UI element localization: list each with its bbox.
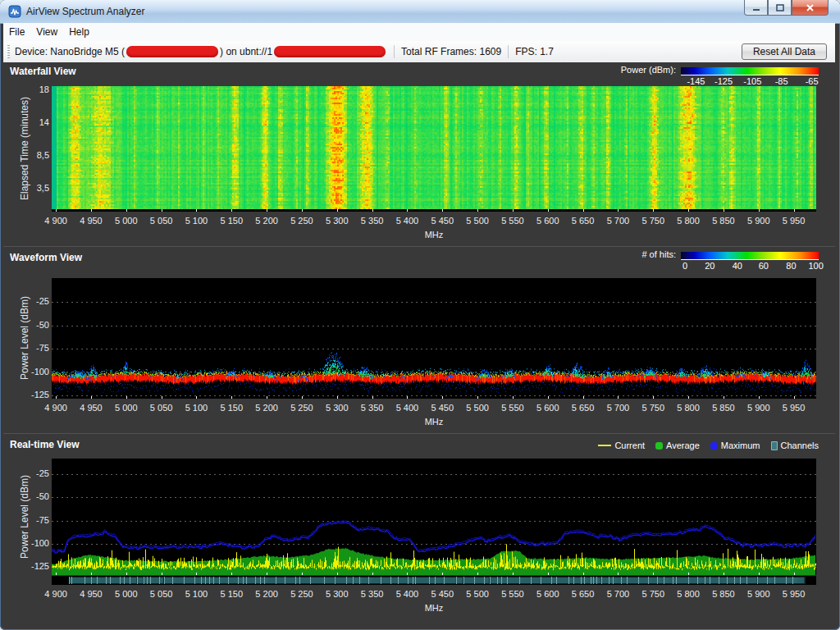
client-area: Waterfall View Power (dBm): -145-125-105… [3,62,835,623]
hits-colorbar-gradient [681,252,819,260]
waveform-panel-title: Waveform View [10,252,82,263]
waveform-x-axis-unit: MHz [52,417,816,427]
colorbar-tick-label: -65 [806,76,819,86]
colorbar-tick-label: 0 [682,261,687,271]
legend-swatch-maximum [710,442,718,450]
legend-label: Average [666,441,700,450]
x-tick-label: 5 950 [771,216,817,226]
colorbar-tick-label: -105 [743,76,761,86]
y-tick-label: 3,5 [20,183,49,193]
colorbar-tick-label: 80 [786,261,796,271]
colorbar-tick-label: 20 [705,261,714,271]
realtime-plot [52,459,816,575]
colorbar-tick-label: -85 [775,76,788,86]
y-tick-label: -125 [20,561,49,571]
close-button[interactable] [792,0,829,16]
y-tick-label: -75 [20,515,49,525]
fps-label: FPS: 1.7 [515,46,554,57]
minimize-button[interactable] [744,0,768,16]
y-tick-label: -100 [20,538,49,548]
x-tick-label: 5 950 [771,403,817,413]
minimize-icon [752,4,760,11]
colorbar-tick-label: 100 [808,261,823,271]
y-tick-label: -75 [20,343,49,353]
rf-frames-label: Total RF Frames: 1609 [401,46,501,57]
realtime-panel: Real-time View CurrentAverageMaximumChan… [3,433,835,623]
waterfall-panel-title: Waterfall View [10,66,76,77]
channels-strip [52,576,816,585]
waveform-panel: Waveform View # of hits: 020406080100 Po… [3,246,835,434]
waterfall-plot [52,86,816,212]
legend-label: Current [614,441,645,450]
power-colorbar-label: Power (dBm): [621,65,676,75]
close-icon [806,4,815,11]
realtime-panel-title: Real-time View [10,439,79,450]
colorbar-tick-label: 60 [759,261,769,271]
reset-all-data-button[interactable]: Reset All Data [742,43,827,60]
legend-item-channels: Channels [771,441,819,450]
waveform-x-axis: 4 9004 9505 0005 0505 1005 1505 2005 250… [3,403,835,414]
realtime-x-axis: 4 9004 9505 0005 0505 1005 1505 2005 250… [3,589,835,600]
app-window: AirView Spectrum Analyzer File View Help… [0,0,840,630]
legend-swatch-current [598,445,611,446]
colorbar-tick-label: -125 [714,76,733,86]
legend-item-current: Current [598,441,645,450]
waterfall-x-axis: 4 9004 9505 0005 0505 1005 1505 2005 250… [3,216,835,227]
device-label-prefix: Device: NanoBridge M5 ( [15,46,125,57]
legend-item-maximum: Maximum [710,441,760,450]
toolbar-grip[interactable] [7,45,10,58]
realtime-x-axis-unit: MHz [52,603,816,613]
colorbar-tick-label: -145 [687,76,705,86]
redaction-device-address [274,46,386,57]
device-label-suffix: ) on ubnt://1 [220,46,272,57]
hits-colorbar-ticks: 020406080100 [681,261,819,272]
y-tick-label: -50 [20,320,49,330]
legend-swatch-channels [771,441,778,450]
legend-swatch-average [655,442,663,450]
menu-help[interactable]: Help [63,24,95,40]
y-tick-label: 8,5 [20,150,49,160]
hits-colorbar-label: # of hits: [641,249,676,260]
colorbar-tick-label: 40 [733,261,742,271]
toolbar-separator [394,45,395,58]
legend-label: Channels [781,441,819,450]
x-tick-label: 5 950 [771,589,817,599]
window-controls [744,0,829,16]
y-tick-label: 18 [20,84,49,94]
title-bar[interactable]: AirView Spectrum Analyzer [0,0,840,24]
y-tick-label: -25 [20,296,49,306]
y-tick-label: -125 [20,390,49,399]
hits-colorbar: # of hits: 020406080100 [641,249,819,272]
power-colorbar-gradient [681,67,819,75]
y-tick-label: -100 [20,367,49,377]
redaction-device-name [126,46,218,57]
toolbar-separator [508,45,509,58]
waterfall-panel: Waterfall View Power (dBm): -145-125-105… [3,62,835,246]
menu-bar: File View Help [3,23,835,42]
app-icon [8,5,21,18]
y-tick-label: -25 [20,468,49,478]
menu-view[interactable]: View [30,24,63,40]
y-tick-label: 14 [20,117,49,127]
waterfall-x-axis-unit: MHz [52,230,816,240]
legend-label: Maximum [721,441,760,450]
menu-file[interactable]: File [3,24,30,40]
toolbar: Device: NanoBridge M5 ( ) on ubnt://1 To… [3,41,835,63]
power-colorbar: Power (dBm): -145-125-105-85-65 [621,65,819,87]
realtime-legend: CurrentAverageMaximumChannels [598,441,819,450]
legend-item-average: Average [655,441,700,450]
y-tick-label: -50 [20,491,49,501]
maximize-button[interactable] [768,0,792,16]
window-title: AirView Spectrum Analyzer [26,6,145,17]
waveform-plot [52,278,816,399]
maximize-icon [776,4,784,11]
